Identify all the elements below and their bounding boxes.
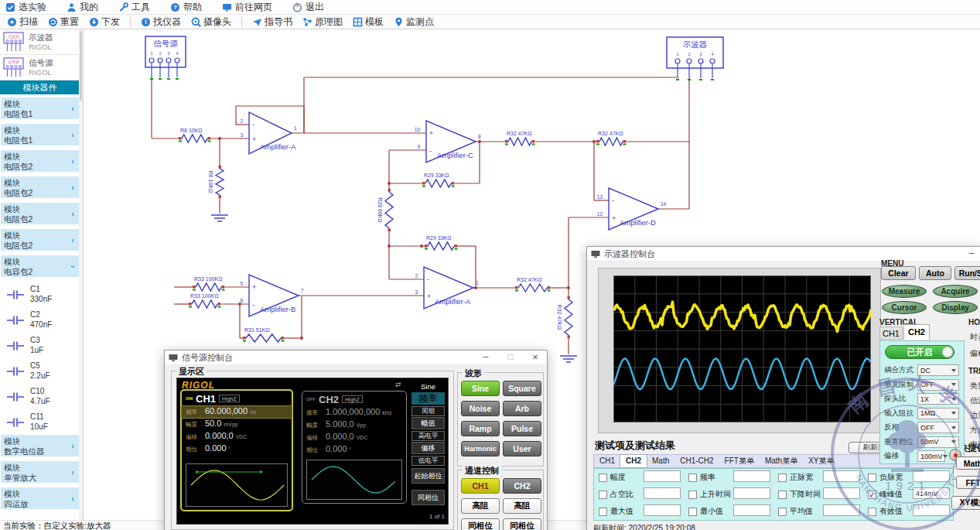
measure-tab-CH1-CH2[interactable]: CH1-CH2 [674,455,719,467]
resistor[interactable]: R29 33KΩ [422,173,455,187]
amplifier-Amplifier-C[interactable]: +-1098Amplifier-C [415,121,481,162]
measure-value-平均值[interactable] [823,504,860,516]
waveform-button-Pulse[interactable]: Pulse [503,421,541,436]
measure-value-频率[interactable] [733,470,770,482]
checkbox-频率[interactable] [688,474,697,482]
softkey-低电平[interactable]: 低电平 [411,456,445,466]
sidebar-instrument-oscilloscope[interactable]: 示波器示波器RIGOL [0,29,83,55]
softkey-同相位[interactable]: 同相位 [411,490,445,505]
sidebar-scrollbar[interactable] [79,29,83,520]
sidebar-item-电阻包1[interactable]: 模块电阻包1‹ [1,97,79,119]
amplifier-Amplifier-A[interactable]: -+231Amplifier-A [240,112,297,154]
minimize-button[interactable]: – [960,247,980,262]
measure-value-峰峰值[interactable]: 414mV [913,487,950,499]
scrollbar-thumb[interactable] [80,31,82,101]
vertical-tab-CH2[interactable]: CH2 [903,324,930,340]
toolbar-item-monitor-point[interactable]: 监测点 [394,15,434,29]
setting-select-带宽限制[interactable]: OFF [917,379,959,391]
resistor-vertical[interactable]: R32 47KΩ [557,296,572,338]
capacitor-item-C10[interactable]: C104.7uF [0,384,80,409]
resistor-vertical[interactable]: R28 68KΩ [377,189,393,231]
setting-select-偏移[interactable]: 100mV [917,450,945,462]
maximize-button[interactable]: □ [499,350,522,365]
measure-value-幅度[interactable] [644,470,681,482]
menu-item-mine[interactable]: 我的 [67,1,98,14]
resistor[interactable]: R8 10KΩ [179,128,211,142]
waveform-button-Arb[interactable]: Arb [503,401,541,416]
close-button[interactable]: × [524,350,547,365]
measure-tab-Math菜单[interactable]: Math菜单 [760,455,803,467]
menu-item-tools[interactable]: 工具 [118,1,150,14]
checkbox-平均值[interactable] [778,508,787,516]
capacitor-item-C11[interactable]: C1110uF [0,409,80,435]
capacitor-item-C2[interactable]: C2470nF [0,307,80,333]
measure-tab-CH1[interactable]: CH1 [594,455,620,467]
setting-select-探头比[interactable]: 1X [917,393,959,405]
chevron-left-icon[interactable]: ‹ [71,441,74,451]
waveform-button-Ramp[interactable]: Ramp [461,421,500,436]
resistor[interactable]: R33 100KΩ [189,293,221,308]
setting-select-垂直档位[interactable]: 50mV [917,436,959,448]
block-信号源[interactable]: 信号源1234 [145,36,186,80]
checkbox-最大值[interactable] [599,508,607,516]
checkbox-下降时间[interactable] [778,491,787,499]
resistor[interactable]: R31 51KΩ [243,327,285,342]
sidebar-instrument-signal-source[interactable]: 信号源信号源RIGOL [0,55,83,80]
chevron-left-icon[interactable]: ‹ [71,467,74,477]
measure-value-下降时间[interactable] [823,487,860,499]
resistor[interactable]: R32 47KΩ [505,131,535,145]
measure-value-上升时间[interactable] [733,487,770,499]
toolbar-item-send-down[interactable]: 下发 [89,15,120,29]
channel-enabled-toggle[interactable]: 已开启 [885,345,954,359]
toolbar-item-guide-book[interactable]: 指导书 [252,15,292,29]
chevron-left-icon[interactable]: ‹ [71,104,74,114]
amplifier-Amplifier-B[interactable]: +-567Amplifier-B [240,275,304,316]
softkey-频率[interactable]: 频率 [411,392,445,405]
sidebar-item-电容包2[interactable]: 模块电容包2‹ [1,255,79,277]
menu-item-select-experiment[interactable]: 选实验 [5,1,46,14]
ch2-panel[interactable]: OFFCH2HighZ频率1.000,000,000kHz幅度5.000,0Vp… [302,391,407,504]
resistor[interactable]: R32 47KΩ [515,277,551,292]
measure-value-负脉宽[interactable] [913,470,950,482]
sidebar-item-电阻包2[interactable]: 模块电阻包2‹ [1,176,79,198]
setting-select-输入阻抗[interactable]: 1MΩ [917,408,959,419]
scope-oval-button-Acquire[interactable]: Acquire [933,285,978,298]
toolbar-item-camera[interactable]: 摄像头 [191,15,231,29]
sidebar-item-电阻包2[interactable]: 模块电阻包2‹ [1,229,79,251]
capacitor-item-C1[interactable]: C1330nF [0,282,80,307]
amplifier-Amplifier-A[interactable]: -+231Amplifier-A [415,267,479,309]
setting-select-耦合方式[interactable]: DC [917,364,959,376]
measure-value-最小值[interactable] [733,504,770,516]
channel-button-高阻-3[interactable]: 高阻 [503,498,541,514]
chevron-left-icon[interactable]: ‹ [71,183,74,193]
softkey-幅值[interactable]: 幅值 [411,417,445,429]
vertical-tab-CH1[interactable]: CH1 [879,327,903,340]
softkey-高电平[interactable]: 高电平 [411,431,445,441]
menu-item-go-web[interactable]: 前往网页 [222,1,272,14]
toolbar-item-scan[interactable]: 扫描 [7,15,38,29]
checkbox-占空比[interactable] [599,491,607,499]
measure-value-最大值[interactable] [644,504,681,516]
signal-window-titlebar[interactable]: 信号源控制台 – □ × [165,350,547,365]
channel-button-CH1-0[interactable]: CH1 [461,478,500,494]
menu-item-help[interactable]: ?帮助 [170,1,202,14]
measure-tab-Math[interactable]: Math [647,455,674,467]
setting-select-反相[interactable]: OFF [917,422,959,433]
channel-button-高阻-2[interactable]: 高阻 [461,498,500,514]
waveform-button-Sine[interactable]: Sine [461,381,500,396]
block-示波器[interactable]: 示波器1234 [667,37,723,80]
scope-oval-button-Measure[interactable]: Measure [882,285,927,298]
toolbar-item-find-instrument[interactable]: i找仪器 [141,15,181,29]
waveform-button-User[interactable]: User [503,441,541,456]
measure-tab-FFT菜单[interactable]: FFT菜单 [719,455,760,467]
sidebar-item-电阻包2[interactable]: 模块电阻包2‹ [1,203,79,224]
scope-button-Clear[interactable]: Clear [881,266,916,280]
softkey-周期[interactable]: 周期 [411,406,445,416]
chevron-left-icon[interactable]: ‹ [71,130,74,140]
checkbox-负脉宽[interactable] [868,474,876,482]
ch1-panel[interactable]: ONCH1HighZ频率60.000,000Hz幅度50.0mVpp偏移0.00… [180,389,293,511]
scope-button-Run/Stop[interactable]: Run/Stop [954,266,980,280]
resistor[interactable]: R33 100KΩ [193,276,225,291]
resistor[interactable]: R29 33KΩ [425,235,458,250]
measure-tab-CH2[interactable]: CH2 [620,455,647,467]
